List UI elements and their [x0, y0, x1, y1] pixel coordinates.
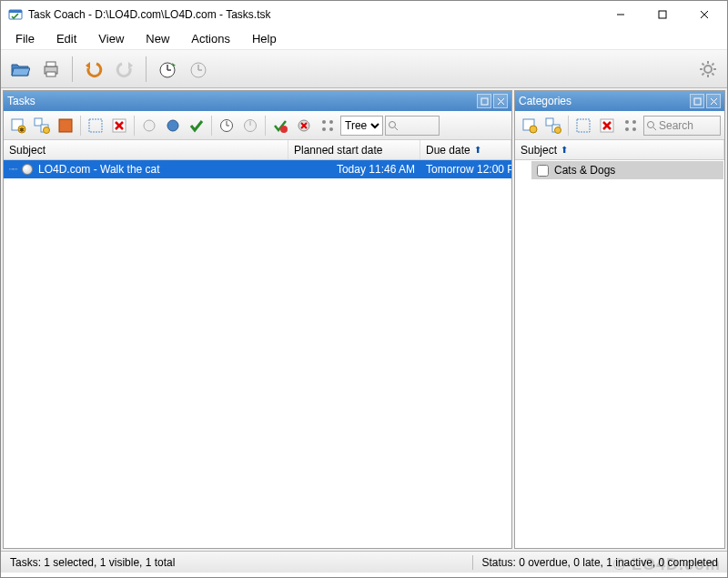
svg-line-18	[703, 73, 704, 75]
stop-effort-button[interactable]	[239, 115, 261, 137]
start-tracking-button[interactable]	[154, 56, 181, 83]
new-subcategory-button[interactable]	[542, 115, 564, 137]
minimize-button[interactable]	[600, 2, 642, 27]
svg-point-58	[555, 127, 561, 133]
tasks-column-header: Subject Planned start date Due date ⬆	[4, 140, 511, 160]
new-subtask-button[interactable]	[31, 115, 53, 137]
svg-line-19	[712, 63, 713, 65]
maximize-button[interactable]	[642, 2, 683, 27]
status-left: Tasks: 1 selected, 1 visible, 1 total	[10, 556, 175, 569]
tasks-search[interactable]	[385, 116, 440, 136]
svg-rect-30	[89, 119, 102, 132]
filter-menu-button[interactable]	[317, 115, 339, 137]
tasks-panel-close[interactable]	[493, 94, 508, 108]
category-label: Cats & Dogs	[554, 164, 615, 177]
tasks-panel-toolbar: ✱ Tree	[4, 111, 511, 140]
svg-point-66	[632, 127, 636, 131]
task-subject: LO4D.com - Walk the cat	[38, 163, 160, 176]
new-category-button[interactable]	[519, 115, 541, 137]
svg-rect-7	[46, 62, 56, 66]
categories-panel-close[interactable]	[706, 94, 721, 108]
print-button[interactable]	[37, 56, 65, 83]
svg-line-16	[703, 63, 704, 65]
svg-point-55	[530, 126, 537, 133]
toggle-complete-button[interactable]	[269, 115, 291, 137]
svg-rect-1	[9, 10, 22, 13]
column-planned-start[interactable]: Planned start date	[288, 140, 420, 159]
svg-point-65	[625, 127, 629, 131]
svg-line-68	[653, 127, 656, 130]
priority-low-button[interactable]	[162, 115, 184, 137]
menu-new[interactable]: New	[136, 30, 178, 47]
search-icon	[646, 120, 657, 131]
settings-button[interactable]	[694, 56, 722, 83]
category-checkbox[interactable]	[537, 165, 549, 177]
tasks-panel-title: Tasks	[7, 95, 35, 107]
stop-tracking-button[interactable]	[185, 56, 212, 83]
categories-panel: Categories Search Subject ⬆ Cats & Dogs	[514, 90, 725, 549]
categories-column-header: Subject ⬆	[515, 140, 724, 160]
svg-point-41	[280, 126, 288, 133]
start-effort-button[interactable]	[216, 115, 238, 137]
svg-point-48	[329, 127, 333, 131]
categories-search-placeholder: Search	[659, 119, 693, 132]
category-filter-menu-button[interactable]	[620, 115, 642, 137]
categories-panel-maximize[interactable]	[690, 94, 704, 108]
svg-point-34	[144, 120, 155, 131]
priority-none-button[interactable]	[138, 115, 160, 137]
redo-button[interactable]	[111, 56, 138, 83]
svg-point-46	[329, 120, 333, 124]
tasks-panel-header: Tasks	[4, 91, 511, 111]
categories-panel-toolbar: Search	[515, 111, 724, 140]
window-title: Task Coach - D:\LO4D.com\LO4D.com - Task…	[28, 8, 600, 21]
tasks-panel-maximize[interactable]	[477, 94, 491, 108]
tree-connector: ┈┈	[9, 165, 16, 174]
svg-point-49	[389, 121, 396, 127]
menu-view[interactable]: View	[89, 30, 133, 47]
task-status-icon	[22, 164, 33, 175]
categories-rows[interactable]: Cats & Dogs	[515, 160, 724, 548]
svg-text:✱: ✱	[19, 127, 25, 133]
view-mode-select[interactable]: Tree	[340, 116, 383, 136]
edit-task-button[interactable]	[55, 115, 76, 137]
svg-point-63	[625, 120, 629, 124]
window-titlebar: Task Coach - D:\LO4D.com\LO4D.com - Task…	[1, 1, 727, 28]
menu-actions[interactable]: Actions	[182, 30, 239, 47]
status-right: Status: 0 overdue, 0 late, 1 inactive, 0…	[482, 556, 719, 569]
categories-search[interactable]: Search	[643, 116, 721, 136]
tasks-rows[interactable]: ┈┈ LO4D.com - Walk the cat Today 11:46 A…	[4, 160, 511, 548]
toolbar-separator	[72, 56, 73, 82]
column-due-date[interactable]: Due date ⬆	[420, 140, 511, 159]
sort-indicator-icon: ⬆	[561, 145, 568, 155]
close-button[interactable]	[683, 2, 725, 27]
app-icon	[8, 7, 23, 22]
clear-filter-button[interactable]	[293, 115, 315, 137]
tasks-panel: Tasks ✱ Tree	[3, 90, 512, 549]
svg-point-64	[632, 120, 636, 124]
open-button[interactable]	[6, 56, 34, 83]
menu-bar: File Edit View New Actions Help	[1, 28, 727, 50]
menu-edit[interactable]: Edit	[47, 30, 86, 47]
category-row[interactable]: Cats & Dogs	[531, 161, 723, 179]
select-all-categories-button[interactable]	[572, 115, 594, 137]
svg-point-67	[648, 121, 654, 127]
svg-rect-51	[694, 98, 701, 105]
menu-file[interactable]: File	[6, 30, 44, 47]
select-all-button[interactable]	[85, 115, 106, 137]
svg-line-17	[712, 73, 713, 75]
sort-indicator-icon: ⬆	[474, 145, 481, 155]
search-icon	[388, 120, 399, 131]
task-due-date: Tomorrow 12:00 PM	[420, 163, 511, 176]
undo-button[interactable]	[80, 56, 107, 83]
menu-help[interactable]: Help	[243, 30, 286, 47]
column-category-subject[interactable]: Subject ⬆	[515, 140, 724, 159]
task-row[interactable]: ┈┈ LO4D.com - Walk the cat Today 11:46 A…	[4, 160, 511, 178]
toolbar-separator	[146, 56, 147, 82]
delete-task-button[interactable]	[108, 115, 130, 137]
new-task-button[interactable]: ✱	[7, 115, 29, 137]
svg-line-50	[395, 127, 398, 130]
delete-category-button[interactable]	[596, 115, 618, 137]
categories-panel-title: Categories	[519, 95, 571, 107]
column-subject[interactable]: Subject	[4, 140, 288, 159]
mark-complete-button[interactable]	[186, 115, 207, 137]
